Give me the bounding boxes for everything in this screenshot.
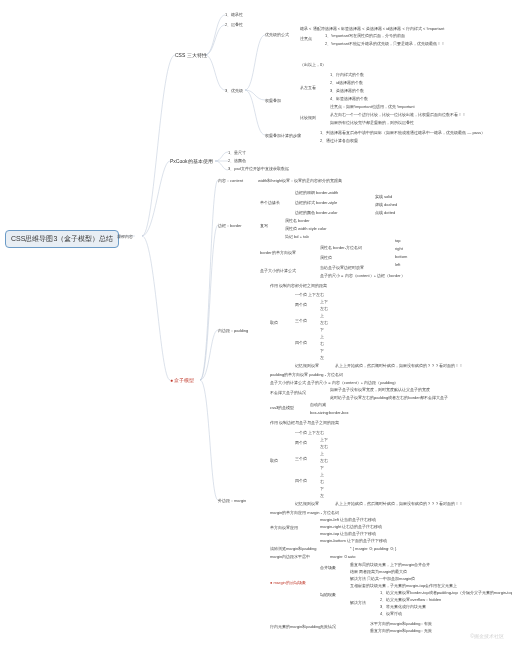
pxcook-3: 3、psd文件位开妙中直接获取数据 bbox=[228, 166, 289, 171]
pxcook-2: 2、选颜色 bbox=[228, 158, 246, 163]
compare2: 如果所有位比较完毕都是重新的，则所以层叠性 bbox=[330, 120, 414, 125]
margin-v4-4: 左 bbox=[320, 493, 324, 498]
margin-v3: 三个值 bbox=[295, 456, 307, 461]
weight-c1: 1、行内样式的个数 bbox=[330, 72, 364, 77]
padding-valcount: 取值 bbox=[270, 320, 278, 325]
padding-v4-2: 右 bbox=[320, 341, 324, 346]
margin-collapse1-desc: 垂直布局的块级元素，上下的margin合并合并 bbox=[350, 562, 430, 567]
border-compound-val: 属性值 width style color bbox=[285, 226, 327, 231]
padding-single-dir: padding的单方向设置 padding - 方位名词 bbox=[270, 372, 343, 377]
padding-v4-3: 下 bbox=[320, 348, 324, 353]
priority-note1: 1、!important写在属性值的后面，分号的前面 bbox=[325, 33, 405, 38]
padding-v3-1: 上 bbox=[320, 313, 324, 318]
margin-v2-1: 上下 bbox=[320, 437, 328, 442]
margin-v4: 四个值 bbox=[295, 478, 307, 483]
margin-apply-left: margin-left 让当前盒子往右移动 bbox=[320, 517, 376, 522]
box-content: 内容：content bbox=[218, 178, 243, 183]
weight-step2: 2、通过计算各自权重 bbox=[320, 138, 358, 143]
feature-3: 3、优先级 bbox=[225, 88, 243, 93]
border-color: 边框的颜色 border-color bbox=[295, 210, 338, 215]
pxcook: PxCook的基本使用 bbox=[170, 158, 213, 164]
margin-inline1: 水平方向的margin和padding：有效 bbox=[370, 621, 432, 626]
weight-c3: 3、类选择器的个数 bbox=[330, 88, 364, 93]
weight-step1: 1、判选择器看直后命中该中的目标（如果不能成准通过继承中一继承，优先级最低 — … bbox=[320, 130, 485, 135]
padding-no-expand1: 如果子盒子没有设置宽度，则时宽度默认让父盒子的宽度 bbox=[330, 387, 430, 392]
watermark: ©掘金技术社区 bbox=[470, 633, 504, 639]
padding-css3-val: box-sizing:border-box bbox=[310, 410, 348, 415]
priority-note-label: 注意点 bbox=[300, 36, 312, 41]
padding-role: 作用 设制内容部分框之间的距离 bbox=[270, 283, 327, 288]
margin-collapse2: 塌陷现象 bbox=[320, 592, 336, 597]
margin-apply-top: margin-top 让当前盒子往下移动 bbox=[320, 531, 376, 536]
padding-v2: 两个值 bbox=[295, 302, 307, 307]
weight-compare: 从左互看 bbox=[300, 85, 316, 90]
root-node[interactable]: CSS思维导图3（盒子模型）总结 bbox=[5, 230, 119, 248]
margin-valcount: 取值 bbox=[270, 458, 278, 463]
box-model: ● 盒子模型 bbox=[170, 377, 194, 383]
border-solid: 实线 solid bbox=[375, 194, 392, 199]
margin-collapse2-s4: 4、设置浮动 bbox=[380, 611, 402, 616]
border-dashed: 虚线 dashed bbox=[375, 202, 397, 207]
border-size-rule: 当给盒子设置边框时放置 bbox=[320, 265, 364, 270]
border-width: 边框的粗细 border-width bbox=[295, 190, 338, 195]
css-features: CSS 三大特性 bbox=[175, 52, 207, 58]
weight-calc-label: 权重叠加计算的步骤 bbox=[265, 133, 301, 138]
border-compound: 复写 bbox=[260, 223, 268, 228]
padding-no-expand2: 此时给子盒子设置左右的padding或者左右的border都不会撑大盒子 bbox=[330, 395, 448, 400]
padding-v3-3: 下 bbox=[320, 327, 324, 332]
root-sub: 课程内容 bbox=[117, 234, 133, 239]
margin-role: 作用 设制边框与盒子与盒子之间的距离 bbox=[270, 420, 339, 425]
weight-add: 权重叠加 bbox=[265, 98, 281, 103]
border-single-dir: border的单方向设置 bbox=[260, 250, 296, 255]
box-content-desc: width和height设置：设置的是内容部分的宽跟高 bbox=[258, 178, 342, 183]
box-border: 边框：border bbox=[218, 223, 242, 228]
margin-v4-1: 上 bbox=[320, 472, 324, 477]
margin-apply-bottom: margin-bottom 让下面的盒子往下移动 bbox=[320, 538, 387, 543]
compare-label: 比较规则 bbox=[300, 115, 316, 120]
padding-v4: 四个值 bbox=[295, 340, 307, 345]
feature-2: 2、层叠性 bbox=[225, 22, 243, 27]
priority-formula: 继承 < 通配符选择器 < 标签选择器 < 类选择器 < id选择器 < 行内样… bbox=[300, 26, 444, 31]
padding-css3-attr: 自动内减 bbox=[310, 402, 326, 407]
border-dir-top: top bbox=[395, 238, 401, 243]
border-compound-attr: 属性名 border bbox=[285, 218, 310, 223]
margin-center-detail: margin: 0 auto bbox=[330, 554, 356, 559]
border-dir-bottom: bottom bbox=[395, 254, 407, 259]
margin-center: margin内边距水平居中 bbox=[270, 554, 310, 559]
border-dir-right: right bbox=[395, 246, 403, 251]
padding-memo: 记忆规则设置 bbox=[295, 363, 319, 368]
box-margin: 外边距：margin bbox=[218, 498, 246, 503]
margin-collapse2-desc: 互相嵌套的块级元素，子元素的margin-top会作用在父元素上 bbox=[350, 583, 457, 588]
weight-note: 注意点：如果!important也适用，优先 !important bbox=[330, 104, 415, 109]
padding-v4-4: 左 bbox=[320, 355, 324, 360]
weight-k1: （出以上，0） bbox=[300, 62, 326, 67]
margin-problem: ● margin的崩塌场象 bbox=[270, 580, 306, 585]
priority-formula-label: 优先级的公式 bbox=[265, 32, 289, 37]
margin-memo: 记忆规则设置 bbox=[295, 501, 319, 506]
margin-collapse2-s1: 1、给父元素设置border-top或者padding-top（分隔分父子元素的… bbox=[380, 590, 512, 595]
connector-lines bbox=[0, 0, 512, 647]
margin-inline: 行内元素的margin和padding无效情况 bbox=[270, 624, 336, 629]
padding-v2-1: 上下 bbox=[320, 299, 328, 304]
padding-no-expand: 不会撑大盒子的情况 bbox=[270, 390, 306, 395]
border-single: 单个边缘长 bbox=[260, 200, 280, 205]
border-dir-left: left bbox=[395, 262, 400, 267]
border-style: 边框的样式 border-style bbox=[295, 200, 337, 205]
border-single-attr: 属性名 border-方位名词 bbox=[320, 245, 362, 250]
margin-apply-right: margin-right 让右边的盒子往右移动 bbox=[320, 524, 382, 529]
margin-collapse2-solve: 解决方法 bbox=[350, 600, 366, 605]
feature-1: 1、继承性 bbox=[225, 12, 243, 17]
margin-clear: 清除浏览margin和padding bbox=[270, 546, 316, 551]
margin-clear-detail: * { margin: 0; padding: 0; } bbox=[350, 546, 396, 551]
padding-v1: 一个值 上下左右 bbox=[295, 292, 324, 297]
padding-css3: css3的盒模型 bbox=[270, 405, 294, 410]
margin-v2: 两个值 bbox=[295, 440, 307, 445]
margin-single-apply: 单方向设置应用 bbox=[270, 525, 298, 530]
margin-collapse1: 合并场象 bbox=[320, 565, 336, 570]
margin-v3-1: 上 bbox=[320, 451, 324, 456]
margin-v2-2: 左右 bbox=[320, 444, 328, 449]
padding-memo-detail: 从上上开始赋值，然后顺时针赋值，如果没有赋值的？？？看对面的！！ bbox=[335, 363, 463, 368]
padding-size: 盒子大小的计算公式 盒子的尺小 = 内容（content）+ 内边距（paddi… bbox=[270, 380, 398, 385]
weight-c2: 2、id选择器的个数 bbox=[330, 80, 363, 85]
margin-collapse2-s3: 3、将元素化成行内块元素 bbox=[380, 604, 426, 609]
